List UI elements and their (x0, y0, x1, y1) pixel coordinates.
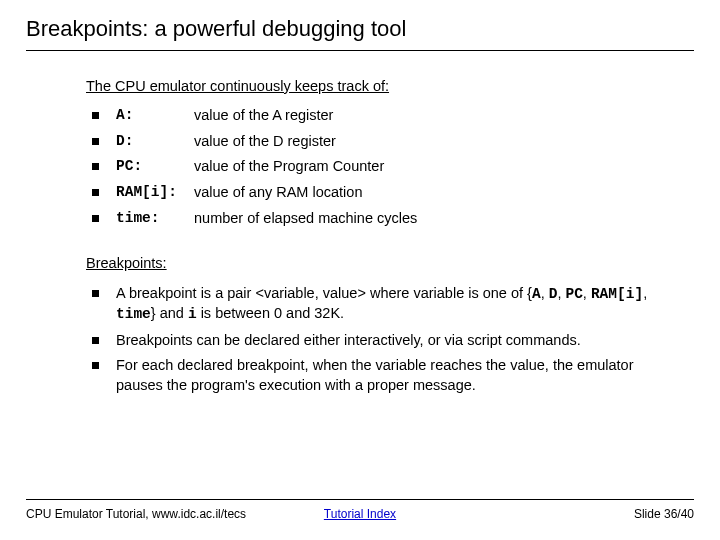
breakpoints-heading: Breakpoints: (86, 254, 674, 274)
var-name: PC: (116, 157, 186, 177)
tracking-list: A: value of the A register D: value of t… (86, 106, 674, 228)
var-desc: value of any RAM location (194, 183, 362, 203)
breakpoints-list: A breakpoint is a pair <variable, value>… (86, 284, 674, 396)
slide: Breakpoints: a powerful debugging tool T… (0, 0, 720, 540)
tracking-heading: The CPU emulator continuously keeps trac… (86, 77, 674, 97)
var-desc: value of the D register (194, 132, 336, 152)
list-item: time: number of elapsed machine cycles (86, 209, 674, 229)
list-item: Breakpoints can be declared either inter… (86, 331, 674, 351)
text-fragment: Breakpoints can be declared either inter… (116, 332, 581, 348)
code-fragment: A (532, 286, 541, 302)
var-name: A: (116, 106, 186, 126)
text-fragment: } and (151, 305, 188, 321)
code-fragment: PC (565, 286, 582, 302)
list-item: D: value of the D register (86, 132, 674, 152)
slide-title: Breakpoints: a powerful debugging tool (26, 14, 694, 51)
text-fragment: For each declared breakpoint, when the v… (116, 357, 633, 393)
list-item: PC: value of the Program Counter (86, 157, 674, 177)
list-item: A: value of the A register (86, 106, 674, 126)
list-item: RAM[i]: value of any RAM location (86, 183, 674, 203)
var-desc: number of elapsed machine cycles (194, 209, 417, 229)
footer-left: CPU Emulator Tutorial, www.idc.ac.il/tec… (26, 506, 246, 522)
slide-footer: CPU Emulator Tutorial, www.idc.ac.il/tec… (26, 499, 694, 522)
slide-body: The CPU emulator continuously keeps trac… (26, 77, 694, 396)
code-fragment: RAM[i] (591, 286, 643, 302)
code-fragment: time (116, 306, 151, 322)
list-item: For each declared breakpoint, when the v… (86, 356, 674, 395)
list-item: A breakpoint is a pair <variable, value>… (86, 284, 674, 325)
text-fragment: is between 0 and 32K. (197, 305, 345, 321)
var-name: time: (116, 209, 186, 229)
var-desc: value of the Program Counter (194, 157, 384, 177)
tutorial-index-link[interactable]: Tutorial Index (324, 507, 396, 521)
code-fragment: i (188, 306, 197, 322)
var-name: D: (116, 132, 186, 152)
text-fragment: A breakpoint is a pair <variable, value>… (116, 285, 532, 301)
var-desc: value of the A register (194, 106, 333, 126)
footer-right: Slide 36/40 (634, 506, 694, 522)
var-name: RAM[i]: (116, 183, 186, 203)
code-fragment: D (549, 286, 558, 302)
